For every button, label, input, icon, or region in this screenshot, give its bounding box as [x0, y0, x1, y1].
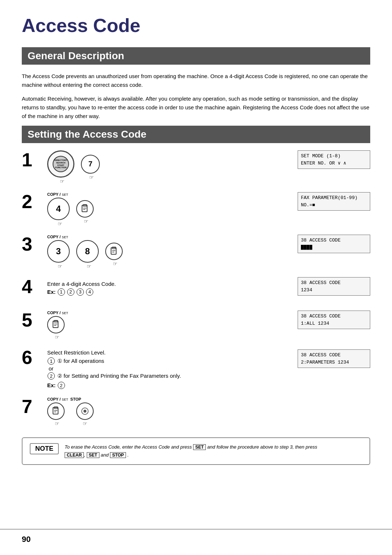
step-3-buttons: COPY / SET 3 ☞ 8 ☞	[47, 235, 128, 269]
step-6-example: Ex: 2	[47, 382, 181, 389]
note-key4: STOP	[110, 452, 126, 458]
copy-set-button-5[interactable]	[47, 316, 65, 333]
step-4-row: 4 Enter a 4-digit Access Code. Ex: 1 2 3…	[22, 277, 370, 303]
finger-icon-3a: ☞	[58, 263, 62, 269]
setting-access-code-section: Setting the Access Code 1 DIRECTORYSEARC…	[22, 126, 370, 426]
stop-btn-7-wrapper: ☞	[76, 402, 94, 426]
step-3-number: 3	[22, 235, 44, 254]
circle-1: 1	[58, 288, 65, 296]
step-5-lcd: 38 ACCESS CODE 1:ALL 1234	[276, 311, 370, 329]
step-3-content: COPY / SET 3 ☞ 8 ☞	[47, 235, 276, 269]
ex-label-6: Ex:	[47, 382, 56, 388]
note-text4: and	[101, 452, 109, 458]
lcd-line2-1: ENTER NO. OR ∨ ∧	[301, 160, 367, 167]
lcd-line2-3: ████	[301, 244, 367, 251]
finger-icon-1a: ☞	[60, 178, 65, 184]
function-dial[interactable]: DIRECTORYSEARCHSTARTFUNCTION	[47, 150, 74, 178]
step-1-number: 1	[22, 150, 44, 169]
lcd-line1-6: 38 ACCESS CODE	[301, 352, 367, 359]
finger-icon-2a: ☞	[58, 221, 62, 227]
finger-icon-2b: ☞	[84, 218, 89, 224]
step-5-row: 5 COPY / SET	[22, 311, 370, 340]
bottom-divider	[0, 529, 392, 530]
lcd-display-2: FAX PARAMETER(01-99) NO.=■	[298, 192, 370, 211]
step-6-content: Select Restriction Level. 1 ① for All op…	[47, 348, 276, 389]
finger-icon-7a: ☞	[55, 421, 60, 426]
circle-option1: 1	[48, 357, 55, 365]
note-text1: To erase the Access Code, enter the Acce…	[65, 444, 192, 450]
step-6-text: Select Restriction Level. 1 ① for All op…	[47, 349, 181, 389]
button-4-wrapper: 4 ☞	[47, 198, 73, 227]
step-7-buttons: COPY / SET STOP	[47, 397, 97, 426]
step-4-description: Enter a 4-digit Access Code.	[47, 281, 116, 287]
step-6-row: 6 Select Restriction Level. 1 ① for All …	[22, 348, 370, 389]
button-7[interactable]: 7	[81, 155, 100, 174]
finger-icon-7b: ☞	[83, 421, 87, 426]
step-5-content: COPY / SET ☞	[47, 311, 276, 340]
lcd-display-4: 38 ACCESS CODE 1234	[298, 277, 370, 296]
copy-set-icon-5	[51, 320, 61, 330]
step-4-lcd: 38 ACCESS CODE 1234	[276, 277, 370, 296]
step-2-number: 2	[22, 192, 44, 211]
step-7-row: 7 COPY / SET STOP	[22, 397, 370, 426]
lcd-line1-1: SET MODE (1-8)	[301, 153, 367, 160]
button-7-wrapper: 7 ☞	[81, 155, 102, 180]
stop-button-7[interactable]	[76, 402, 94, 420]
lcd-line2-6: 2:PARAMETERS 1234	[301, 359, 367, 366]
step-6-lcd: 38 ACCESS CODE 2:PARAMETERS 1234	[276, 348, 370, 368]
lcd-line1-2: FAX PARAMETER(01-99)	[301, 194, 367, 202]
finger-icon-3b: ☞	[87, 263, 91, 269]
lcd-line2-4: 1234	[301, 287, 367, 294]
copy-set-btn-7-wrapper: ☞	[47, 402, 67, 426]
step-6-select-label: Select Restriction Level.	[47, 349, 181, 356]
step-1-content: DIRECTORYSEARCHSTARTFUNCTION ☞ 7 ☞	[47, 150, 276, 184]
copy-set-label-2: COPY / SET	[47, 192, 68, 197]
lcd-line1-5: 38 ACCESS CODE	[301, 313, 367, 320]
note-label: NOTE	[30, 443, 59, 454]
step-5-number: 5	[22, 311, 44, 329]
copy-set-button-2[interactable]	[76, 200, 94, 218]
circle-ex-2: 2	[58, 382, 65, 389]
step-1-row: 1 DIRECTORYSEARCHSTARTFUNCTION ☞	[22, 150, 370, 184]
lcd-display-1: SET MODE (1-8) ENTER NO. OR ∨ ∧	[298, 150, 370, 169]
lcd-display-6: 38 ACCESS CODE 2:PARAMETERS 1234	[298, 349, 370, 368]
button-4[interactable]: 4	[47, 198, 70, 220]
step-2-row: 2 COPY / SET 4 ☞	[22, 192, 370, 227]
copy-set-icon-3	[109, 246, 119, 256]
dial-inner: DIRECTORYSEARCHSTARTFUNCTION	[53, 156, 69, 172]
option2-text: ② for Setting and Printing the Fax Param…	[57, 373, 181, 379]
lcd-line1-4: 38 ACCESS CODE	[301, 279, 367, 287]
copy-set-button-3[interactable]	[105, 243, 123, 260]
ex-label-4: Ex:	[47, 288, 56, 295]
lcd-line2-5: 1:ALL 1234	[301, 320, 367, 327]
page-title: Access Code	[22, 15, 370, 36]
step-6-or: or	[49, 365, 181, 372]
note-text3: ,	[84, 452, 85, 458]
copy-set-btn-5-wrapper: ☞	[47, 316, 67, 340]
lcd-line2-2: NO.=■	[301, 202, 367, 209]
button-3[interactable]: 3	[47, 240, 70, 263]
general-description-p2: Automatic Receiving, however, is always …	[22, 94, 370, 121]
step-2-buttons: COPY / SET 4 ☞	[47, 192, 99, 227]
step-4-text: Enter a 4-digit Access Code. Ex: 1 2 3 4	[47, 281, 116, 296]
button-3-wrapper: 3 ☞	[47, 240, 73, 269]
note-key3: SET	[87, 452, 99, 458]
general-description-section: General Description The Access Code prev…	[22, 47, 370, 121]
copy-set-icon-2	[80, 204, 90, 214]
copy-set-icon-7	[51, 406, 61, 416]
step-3-row: 3 COPY / SET 3 ☞ 8 ☞	[22, 235, 370, 269]
note-text2: and follow the procedure above to step 3…	[207, 444, 317, 450]
step-1-buttons: DIRECTORYSEARCHSTARTFUNCTION ☞ 7 ☞	[47, 150, 106, 184]
block-indicator: ████	[301, 245, 312, 250]
note-key2: CLEAR	[65, 452, 84, 458]
step-7-content: COPY / SET STOP	[47, 397, 276, 426]
button-8[interactable]: 8	[76, 240, 99, 263]
finger-icon-3c: ☞	[113, 261, 118, 267]
step-2-content: COPY / SET 4 ☞	[47, 192, 276, 227]
option1-text: ① for All operations	[57, 358, 104, 364]
copy-set-button-7[interactable]	[47, 402, 65, 420]
note-section: NOTE To erase the Access Code, enter the…	[22, 437, 370, 465]
circle-4: 4	[86, 288, 93, 296]
stop-inner-icon	[81, 408, 89, 415]
step-4-example: Ex: 1 2 3 4	[47, 288, 116, 296]
